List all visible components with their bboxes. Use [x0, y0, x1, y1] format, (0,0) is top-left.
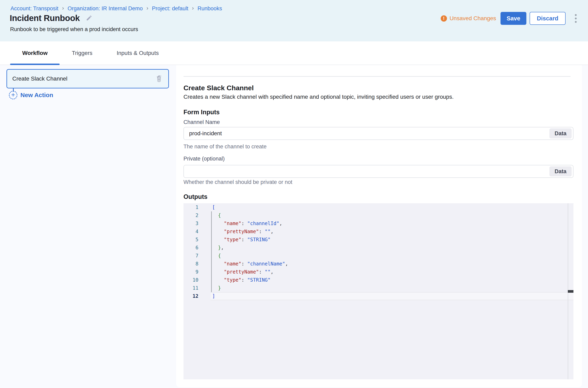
new-action-label: New Action: [20, 92, 53, 98]
tab-workflow[interactable]: Workflow: [10, 41, 60, 65]
line-number: 1: [184, 204, 198, 210]
trash-icon: [155, 74, 163, 83]
code-line[interactable]: 2 {: [184, 211, 573, 219]
line-number: 7: [184, 253, 198, 259]
code-text: ]: [212, 293, 215, 299]
action-detail-card: Create Slack Channel Creates a new Slack…: [176, 65, 582, 387]
line-number: 3: [184, 221, 198, 226]
breadcrumb-account-link[interactable]: Account: Transposit: [10, 5, 58, 12]
new-action-button[interactable]: + New Action: [9, 91, 53, 99]
chevron-right-icon: ›: [146, 5, 148, 11]
page-body: Create Slack Channel: [0, 65, 588, 388]
line-number: 2: [184, 213, 198, 218]
title-row: Incident Runbook: [10, 13, 92, 23]
workflow-action-card-create-slack-channel[interactable]: Create Slack Channel: [6, 69, 169, 88]
line-number: 8: [184, 261, 198, 267]
code-line[interactable]: 8 "name": "channelName",: [184, 260, 573, 268]
kebab-dot: [575, 14, 577, 16]
line-number: 12: [184, 293, 198, 299]
channel-name-help: The name of the channel to create: [184, 144, 267, 150]
tab-inputs-outputs[interactable]: Inputs & Outputs: [105, 41, 171, 65]
chevron-right-icon: ›: [62, 5, 64, 11]
channel-name-input-wrap: Data: [184, 127, 573, 140]
line-number: 10: [184, 277, 198, 283]
code-line[interactable]: 11 }: [184, 284, 573, 292]
action-card-label: Create Slack Channel: [12, 75, 155, 82]
code-text: },: [212, 245, 224, 250]
top-divider: [184, 76, 571, 77]
code-line[interactable]: 10 "type": "STRING": [184, 276, 573, 284]
kebab-dot: [575, 18, 577, 19]
line-number: 9: [184, 269, 198, 275]
unsaved-changes-label: Unsaved Changes: [450, 15, 496, 22]
code-line[interactable]: 12]: [184, 292, 573, 300]
code-line[interactable]: 3 "name": "channelId",: [184, 219, 573, 227]
edit-title-button[interactable]: [86, 15, 92, 22]
pencil-icon: [86, 15, 92, 22]
more-options-button[interactable]: [573, 13, 578, 24]
runbook-editor-page: Account: Transposit › Organization: IR I…: [0, 0, 588, 388]
header-actions: ! Unsaved Changes Save Discard: [441, 12, 578, 25]
line-number: 6: [184, 245, 198, 250]
code-text: "name": "channelId",: [212, 221, 282, 226]
workflow-steps-panel: Create Slack Channel: [0, 65, 176, 388]
indent-guide-line: [211, 211, 212, 292]
plus-icon: +: [9, 91, 17, 99]
page-header: Account: Transposit › Organization: IR I…: [0, 0, 588, 41]
breadcrumb: Account: Transposit › Organization: IR I…: [10, 5, 222, 12]
outputs-code-editor[interactable]: 1[2 {3 "name": "channelId",4 "prettyName…: [184, 203, 573, 379]
kebab-dot: [575, 21, 577, 23]
code-text: }: [212, 285, 221, 291]
action-detail-description: Creates a new Slack channel with specifi…: [184, 94, 454, 100]
channel-name-label: Channel Name: [184, 119, 220, 125]
tab-triggers[interactable]: Triggers: [60, 41, 105, 65]
page-title: Incident Runbook: [10, 13, 80, 23]
chevron-right-icon: ›: [192, 5, 194, 11]
line-number: 4: [184, 229, 198, 234]
code-line[interactable]: 6 },: [184, 244, 573, 252]
code-line[interactable]: 9 "prettyName": "",: [184, 268, 573, 276]
delete-action-button[interactable]: [155, 74, 163, 83]
code-text: "type": "STRING": [212, 277, 270, 283]
action-detail-title: Create Slack Channel: [184, 84, 254, 92]
breadcrumb-runbooks-link[interactable]: Runbooks: [197, 5, 222, 12]
form-inputs-heading: Form Inputs: [184, 109, 220, 116]
code-line[interactable]: 7 {: [184, 252, 573, 260]
line-number: 11: [184, 285, 198, 291]
code-line[interactable]: 5 "type": "STRING": [184, 236, 573, 244]
channel-name-input[interactable]: [189, 127, 549, 140]
breadcrumb-organization-link[interactable]: Organization: IR Internal Demo: [67, 5, 143, 12]
code-text: "prettyName": "",: [212, 269, 273, 275]
code-line[interactable]: 1[: [184, 203, 573, 211]
outputs-heading: Outputs: [184, 193, 208, 200]
save-button[interactable]: Save: [501, 12, 526, 25]
private-data-button[interactable]: Data: [549, 166, 572, 176]
code-text: {: [212, 253, 221, 259]
code-text: "type": "STRING": [212, 237, 270, 242]
code-line[interactable]: 4 "prettyName": "",: [184, 227, 573, 236]
channel-name-data-button[interactable]: Data: [549, 128, 572, 139]
code-text: "name": "channelName",: [212, 261, 288, 267]
line-number: 5: [184, 237, 198, 242]
warning-icon: !: [441, 15, 447, 22]
code-text: [: [212, 204, 215, 210]
discard-button[interactable]: Discard: [530, 12, 565, 25]
private-label: Private (optional): [184, 156, 225, 162]
tab-bar: Workflow Triggers Inputs & Outputs: [0, 41, 588, 65]
runbook-description: Runbook to be triggered when a prod inci…: [10, 26, 138, 32]
unsaved-changes-badge: ! Unsaved Changes: [441, 15, 496, 22]
code-text: "prettyName": "",: [212, 229, 273, 234]
breadcrumb-project-link[interactable]: Project: default: [152, 5, 188, 12]
private-input-wrap: Data: [184, 165, 573, 178]
private-help: Whether the channel should be private or…: [184, 179, 292, 185]
private-input[interactable]: [189, 165, 549, 177]
code-text: {: [212, 213, 221, 218]
editor-scrollbar-thumb[interactable]: [568, 290, 573, 293]
